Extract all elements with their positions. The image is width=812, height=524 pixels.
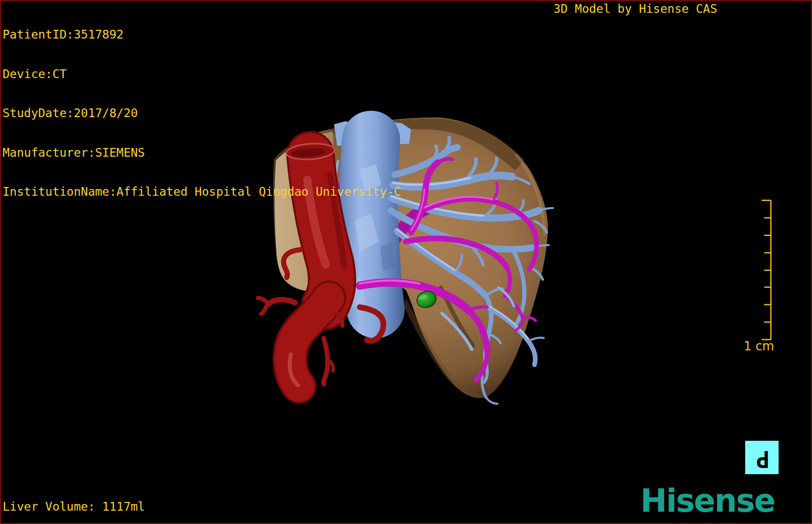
orientation-letter: P <box>756 446 770 472</box>
study-date-line: StudyDate:2017/8/20 <box>3 107 401 120</box>
patient-info-block: PatientID:3517892 Device:CT StudyDate:20… <box>3 2 401 212</box>
manufacturer-line: Manufacturer:SIEMENS <box>3 146 401 160</box>
hisense-logo: Hisense <box>640 482 774 519</box>
liver-volume-readout: Liver Volume: 1117ml <box>3 500 145 514</box>
patient-id-line: PatientID:3517892 <box>3 28 401 42</box>
watermark-text: 3D Model by Hisense CAS <box>553 3 717 16</box>
institution-line: InstitutionName:Affiliated Hospital Qing… <box>3 185 401 199</box>
scale-bar <box>762 200 771 340</box>
device-line: Device:CT <box>3 68 401 81</box>
scale-bar-label: 1 cm <box>744 339 774 353</box>
orientation-marker-posterior: P <box>745 441 779 474</box>
